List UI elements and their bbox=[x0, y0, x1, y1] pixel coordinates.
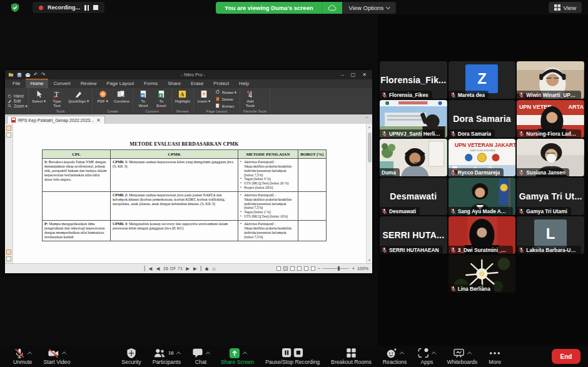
document-scrollbar[interactable]: ▲ ▼ bbox=[366, 124, 372, 263]
nitro-tool-edit[interactable]: Edit bbox=[8, 99, 28, 103]
participant-tile-wiwin-winarti-upn-v[interactable]: Wiwin Winarti_UPN V... bbox=[517, 61, 584, 99]
single-page-view-icon[interactable] bbox=[276, 266, 281, 271]
nitro-tab-share[interactable]: Share bbox=[163, 79, 186, 88]
participant-tile-upnvj-santi-herlina[interactable]: UPNVJ_Santi Herlina bbox=[380, 100, 447, 138]
ribbon-button-insert[interactable]: Insert ▾ bbox=[197, 89, 211, 104]
ribbon-button-select[interactable]: Select ▾ bbox=[32, 89, 46, 104]
document-tab[interactable]: RPS Kep Psikiatri_Genap 2022.2023... ✕ bbox=[7, 116, 105, 124]
previous-page-button[interactable]: ◀ bbox=[156, 266, 160, 271]
zoom-out-button[interactable]: − bbox=[318, 266, 321, 271]
fit-page-icon[interactable] bbox=[311, 266, 315, 271]
next-page-button[interactable]: ▶ bbox=[186, 266, 190, 271]
toolbar-unmute[interactable]: Unmute bbox=[8, 348, 38, 365]
ribbon-button-pdf[interactable]: PDF ▾ bbox=[96, 89, 109, 104]
undo-icon[interactable]: ↶ bbox=[34, 72, 38, 78]
toolbar-breakout-rooms[interactable]: Breakout Rooms bbox=[325, 348, 377, 365]
toolbar-more[interactable]: More bbox=[483, 348, 507, 365]
facing-view-icon[interactable] bbox=[290, 266, 295, 271]
participant-tile-desmawati[interactable]: DesmawatiDesmawati bbox=[380, 178, 447, 215]
toolbar-start-video[interactable]: Start Video bbox=[38, 348, 76, 365]
stop-recording-icon[interactable] bbox=[93, 5, 98, 10]
ribbon-button-delete[interactable]: Delete bbox=[215, 96, 236, 102]
chevron-up-icon[interactable] bbox=[468, 351, 471, 354]
nitro-tab-file[interactable]: File bbox=[8, 79, 26, 88]
chevron-up-icon[interactable] bbox=[400, 351, 403, 354]
nitro-tab-help[interactable]: Help bbox=[234, 79, 254, 88]
toolbar-share-screen[interactable]: Share Screen bbox=[215, 348, 260, 365]
toolbar-apps[interactable]: Apps bbox=[412, 348, 441, 365]
nitro-tab-erase[interactable]: Erase bbox=[186, 79, 208, 88]
tab-close-icon[interactable]: ✕ bbox=[96, 118, 101, 123]
participant-tile-florensia-fikes[interactable]: Florensia_Fik...Florensia_Fikes bbox=[380, 61, 447, 99]
chevron-up-icon[interactable] bbox=[243, 351, 246, 354]
ribbon-button-highlight[interactable]: AHighlight bbox=[175, 89, 190, 104]
chevron-up-icon[interactable] bbox=[432, 351, 435, 354]
participant-tile-gamya-tri-utami[interactable]: Gamya Tri Ut...Gamya Tri Utami bbox=[517, 178, 584, 215]
participant-tile-dora-samaria[interactable]: Dora SamariaDora Samaria bbox=[449, 100, 516, 138]
nitro-tab-review[interactable]: Review bbox=[76, 79, 102, 88]
participant-tile-3-dwi-suratmini-up[interactable]: 3_Dwi Suratmini_UP... bbox=[449, 216, 516, 254]
view-options-button[interactable]: View Options bbox=[342, 2, 396, 14]
nitro-left-panel[interactable] bbox=[5, 124, 13, 263]
chevron-up-icon[interactable] bbox=[177, 351, 180, 354]
ribbon-button-to-word[interactable]: WToWord bbox=[136, 89, 150, 108]
end-meeting-button[interactable]: End bbox=[552, 349, 580, 364]
toolbar-chat[interactable]: Chat bbox=[186, 348, 215, 365]
view-button[interactable]: View bbox=[549, 2, 582, 13]
toolbar-reactions[interactable]: Reactions bbox=[377, 348, 413, 365]
collapse-ribbon-icon[interactable]: ⌃ bbox=[365, 116, 368, 121]
comments-panel-icon[interactable] bbox=[6, 249, 11, 254]
close-button[interactable]: ✕ bbox=[362, 72, 367, 78]
participant-tile-duma[interactable]: Duma bbox=[380, 139, 447, 176]
chevron-up-icon[interactable] bbox=[63, 351, 66, 354]
ribbon-button-to-excel[interactable]: XToExcel bbox=[155, 89, 168, 108]
participant-tile-mareta-dea[interactable]: ZMareta dea bbox=[449, 61, 516, 99]
bookmarks-panel-icon[interactable] bbox=[6, 133, 11, 138]
toolbar-security[interactable]: Security bbox=[116, 348, 146, 365]
facing-continuous-view-icon[interactable] bbox=[297, 266, 302, 271]
nitro-tab-convert[interactable]: Convert bbox=[48, 79, 75, 88]
nitro-tab-page-layout[interactable]: Page Layout bbox=[101, 79, 139, 88]
ribbon-button-quicksign[interactable]: QuickSign ▾ bbox=[68, 89, 89, 104]
redo-icon[interactable]: ↷ bbox=[41, 72, 46, 78]
attachments-panel-icon[interactable] bbox=[6, 256, 11, 261]
previous-view-button[interactable]: ◉ bbox=[205, 266, 209, 271]
maximize-button[interactable]: ▢ bbox=[351, 72, 356, 78]
chevron-up-icon[interactable] bbox=[206, 351, 210, 354]
minimize-button[interactable]: – bbox=[341, 72, 343, 78]
nitro-tab-home[interactable]: Home bbox=[26, 79, 49, 88]
pdf-document-view[interactable]: METODE EVALUASI BERDASARKAN CPMK CPLCPMK… bbox=[13, 124, 366, 263]
chevron-up-icon[interactable] bbox=[28, 351, 31, 354]
last-page-button[interactable]: ▶▕ bbox=[193, 266, 202, 271]
nitro-tool-hand[interactable]: Hand bbox=[8, 94, 28, 98]
participant-tile-sang-ayu-made-adyani[interactable]: Sang Ayu Made Adyani bbox=[449, 178, 516, 215]
participant-tile-susiana-jansen[interactable]: Susiana Jansen bbox=[517, 139, 584, 176]
ribbon-button-extract[interactable]: Extract bbox=[215, 103, 236, 109]
participant-tile-nursing-fiora-ladesv[interactable]: UPN VETERARTANursing-Fiora Ladesv... bbox=[517, 100, 584, 138]
continuous-view-icon[interactable] bbox=[283, 266, 288, 271]
participant-tile-serri-hutahaean[interactable]: SERRI HUTA...SERRI HUTAHAEAN bbox=[380, 216, 447, 254]
ribbon-button-type-text[interactable]: TTypeText bbox=[50, 89, 64, 108]
next-view-button[interactable]: ◎ bbox=[212, 266, 216, 271]
ribbon-button-add-tools[interactable]: AddTools bbox=[243, 89, 257, 108]
fit-width-icon[interactable] bbox=[304, 266, 308, 271]
participant-tile-lina-berliana[interactable]: Lina Berliana bbox=[449, 255, 516, 293]
participant-tile-laksita-barbara-upn[interactable]: LLaksita Barbara-UPN... bbox=[517, 216, 584, 254]
toolbar-participants[interactable]: 16Participants bbox=[147, 348, 186, 365]
nitro-tab-forms[interactable]: Forms bbox=[139, 79, 163, 88]
zoom-in-button[interactable]: + bbox=[352, 266, 355, 271]
pause-recording-icon[interactable] bbox=[84, 5, 89, 11]
nitro-tab-protect[interactable]: Protect bbox=[208, 79, 234, 88]
zoom-slider[interactable] bbox=[323, 268, 349, 269]
scrollbar-thumb[interactable] bbox=[368, 133, 372, 163]
ribbon-button-rotate[interactable]: Rotate ▾ bbox=[215, 89, 236, 95]
zoom-slider-thumb[interactable] bbox=[338, 266, 340, 271]
first-page-button[interactable]: ▏◀ bbox=[144, 266, 153, 271]
participant-tile-rycco-darmareja[interactable]: UPN VETERAN JAKARTAKAMPUS BELA NEGARARyc… bbox=[449, 139, 516, 176]
nitro-quick-access-toolbar[interactable]: ↶ ↷ bbox=[8, 72, 45, 78]
pages-panel-icon[interactable] bbox=[6, 126, 11, 131]
nitro-tool-zoom[interactable]: Zoom ▾ bbox=[8, 104, 28, 109]
toolbar-pause-stop-recording[interactable]: Pause/Stop Recording bbox=[260, 348, 325, 365]
toolbar-whiteboards[interactable]: Whiteboards bbox=[441, 348, 483, 365]
ribbon-button-combine[interactable]: Combine bbox=[114, 89, 129, 104]
